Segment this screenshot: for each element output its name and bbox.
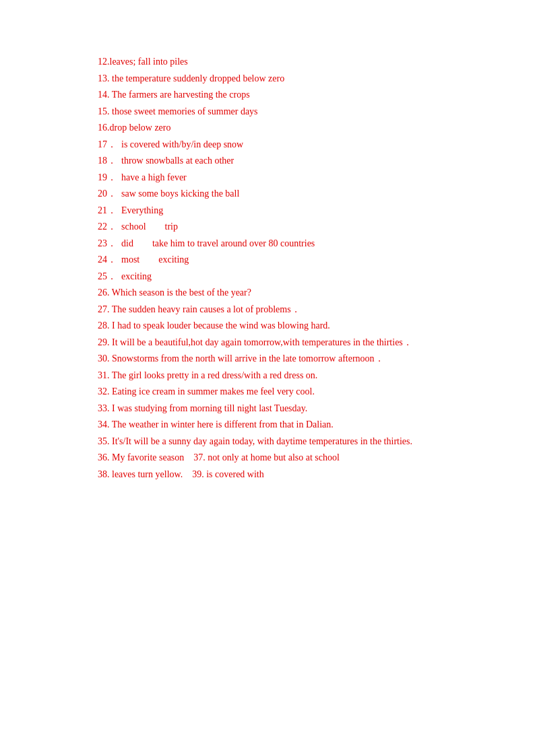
line-35: 35. It's/It will be a sunny day again to… [98,434,437,450]
line-18: 18． throw snowballs at each other [98,153,437,170]
line-16: 16.drop below zero [98,120,437,137]
line-33: 33. I was studying from morning till nig… [98,401,437,417]
line-13: 13. the temperature suddenly dropped bel… [98,71,437,88]
line-15: 15. those sweet memories of summer days [98,104,437,121]
line-24: 24． most exciting [98,252,437,269]
line-25: 25． exciting [98,269,437,285]
line-20: 20． saw some boys kicking the ball [98,186,437,203]
line-26: 26. Which season is the best of the year… [98,285,437,302]
line-12: 12.leaves; fall into piles [98,54,437,71]
line-28: 28. I had to speak louder because the wi… [98,318,437,335]
line-30: 30. Snowstorms from the north will arriv… [98,351,437,368]
main-content: 12.leaves; fall into piles13. the temper… [0,0,535,537]
line-27: 27. The sudden heavy rain causes a lot o… [98,302,437,318]
line-23: 23． did take him to travel around over 8… [98,236,437,252]
line-21: 21． Everything [98,203,437,219]
line-31: 31. The girl looks pretty in a red dress… [98,368,437,384]
line-34: 34. The weather in winter here is differ… [98,417,437,434]
line-19: 19． have a high fever [98,170,437,186]
line-14: 14. The farmers are harvesting the crops [98,87,437,104]
line-38-39: 38. leaves turn yellow. 39. is covered w… [98,467,437,483]
line-29: 29. It will be a beautiful,hot day again… [98,335,437,351]
line-32: 32. Eating ice cream in summer makes me … [98,384,437,401]
line-17: 17． is covered with/by/in deep snow [98,137,437,153]
line-22: 22． school trip [98,219,437,236]
lines-container: 12.leaves; fall into piles13. the temper… [98,54,437,483]
line-36-37: 36. My favorite season 37. not only at h… [98,450,437,467]
